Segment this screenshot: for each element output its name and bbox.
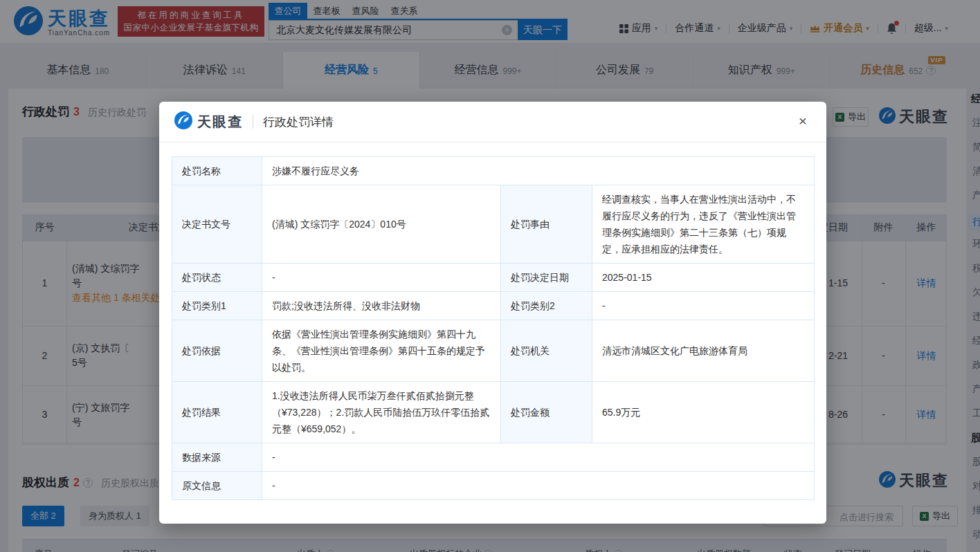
- modal-title: 行政处罚详情: [263, 114, 334, 130]
- field-label: 处罚结果: [172, 382, 262, 443]
- field-label: 处罚类别2: [501, 292, 592, 320]
- modal-body: 处罚名称涉嫌不履行应尽义务决定书文号(清城) 文综罚字〔2024〕010号处罚事…: [159, 142, 826, 513]
- field-value: 罚款;没收违法所得、没收非法财物: [262, 292, 501, 320]
- field-label: 处罚依据: [172, 320, 262, 382]
- penalty-detail-table: 处罚名称涉嫌不履行应尽义务决定书文号(清城) 文综罚字〔2024〕010号处罚事…: [172, 156, 815, 500]
- penalty-detail-row: 处罚名称涉嫌不履行应尽义务: [172, 157, 815, 185]
- field-value: 1.没收违法所得人民币柒万叁仟贰佰贰拾捌元整（¥73,228）；2.罚款人民币陆…: [262, 382, 501, 443]
- field-value: -: [592, 292, 815, 320]
- field-label: 数据来源: [172, 443, 262, 472]
- page: 天眼查 TianYanCha.com 都在用的商业查询工具 国家中小企业发展子基…: [0, 0, 980, 552]
- field-value: (清城) 文综罚字〔2024〕010号: [262, 185, 501, 264]
- penalty-detail-modal: 天眼查 行政处罚详情 × 处罚名称涉嫌不履行应尽义务决定书文号(清城) 文综罚字…: [159, 102, 826, 524]
- penalty-detail-row: 数据来源-: [172, 443, 815, 472]
- field-value: -: [262, 264, 501, 292]
- field-value: 依据《营业性演出管理条例实施细则》第四十九条、《营业性演出管理条例》第四十五条的…: [262, 320, 501, 382]
- penalty-detail-row: 原文信息-: [172, 472, 815, 500]
- field-value: 65.9万元: [592, 382, 815, 443]
- tianyancha-logo-icon: [174, 111, 192, 132]
- field-label: 处罚决定日期: [501, 264, 592, 292]
- field-label: 处罚状态: [172, 264, 262, 292]
- close-icon[interactable]: ×: [795, 113, 811, 129]
- field-label: 处罚类别1: [172, 292, 262, 320]
- field-value: 清远市清城区文化广电旅游体育局: [592, 320, 815, 382]
- penalty-detail-row: 处罚类别1罚款;没收违法所得、没收非法财物处罚类别2-: [172, 292, 815, 320]
- penalty-detail-row: 处罚依据依据《营业性演出管理条例实施细则》第四十九条、《营业性演出管理条例》第四…: [172, 320, 815, 382]
- penalty-detail-row: 处罚结果1.没收违法所得人民币柒万叁仟贰佰贰拾捌元整（¥73,228）；2.罚款…: [172, 382, 815, 443]
- field-value: -: [262, 472, 815, 500]
- penalty-detail-row: 决定书文号(清城) 文综罚字〔2024〕010号处罚事由经调查核实，当事人在营业…: [172, 185, 815, 264]
- field-value: -: [262, 443, 815, 472]
- penalty-detail-row: 处罚状态-处罚决定日期2025-01-15: [172, 264, 815, 292]
- field-value: 涉嫌不履行应尽义务: [262, 157, 815, 185]
- field-label: 处罚名称: [172, 157, 262, 185]
- field-label: 处罚事由: [501, 185, 592, 264]
- field-value: 经调查核实，当事人在营业性演出活动中，不履行应尽义务的行为，违反了《营业性演出管…: [592, 185, 815, 264]
- field-label: 决定书文号: [172, 185, 262, 264]
- field-label: 原文信息: [172, 472, 262, 500]
- field-value: 2025-01-15: [592, 264, 815, 292]
- modal-brand: 天眼查: [197, 113, 243, 131]
- divider: [253, 115, 253, 129]
- field-label: 处罚金额: [501, 382, 592, 443]
- field-label: 处罚机关: [501, 320, 592, 382]
- modal-header: 天眼查 行政处罚详情 ×: [159, 102, 826, 142]
